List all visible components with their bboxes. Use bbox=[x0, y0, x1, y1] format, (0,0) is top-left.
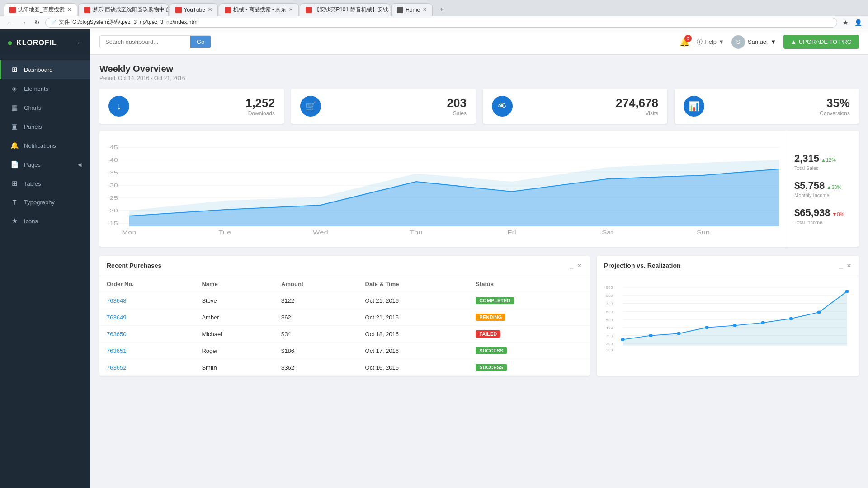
sidebar-item-icons[interactable]: ★ Icons bbox=[0, 211, 90, 230]
stat-label-1: Sales bbox=[328, 110, 467, 117]
tab-close-icon[interactable]: ✕ bbox=[423, 7, 427, 13]
bottom-panels: Recent Purchases ⎯ ✕ Order No.NameAmount… bbox=[99, 256, 859, 376]
user-chevron: ▼ bbox=[770, 38, 776, 45]
sidebar-item-typography[interactable]: T Typography bbox=[0, 193, 90, 211]
table-col-2: Amount bbox=[274, 276, 358, 292]
sidebar-label-panels: Panels bbox=[24, 123, 42, 130]
order-link-1[interactable]: 763649 bbox=[107, 314, 126, 321]
tab-close-icon[interactable]: ✕ bbox=[208, 7, 212, 13]
name-4: Smith bbox=[194, 359, 274, 376]
order-link-0[interactable]: 763648 bbox=[107, 297, 126, 304]
help-button[interactable]: ⓘ Help ▼ bbox=[697, 38, 724, 46]
svg-text:40: 40 bbox=[110, 158, 118, 163]
sidebar-item-tables[interactable]: ⊞ Tables bbox=[0, 174, 90, 193]
notification-icon[interactable]: 🔔 5 bbox=[679, 37, 689, 47]
sidebar-icon-typography: T bbox=[10, 198, 19, 206]
status-badge-3: SUCCESS bbox=[476, 347, 507, 354]
reload-button[interactable]: ↻ bbox=[32, 17, 42, 28]
sidebar-item-notifications[interactable]: 🔔 Notifications bbox=[0, 136, 90, 155]
stat-icon-3: 📊 bbox=[684, 96, 704, 117]
sidebar-item-pages[interactable]: 📄 Pages ◀ bbox=[0, 155, 90, 174]
main-content: Go 🔔 5 ⓘ Help ▼ S Samuel ▼ ▲ bbox=[90, 29, 868, 488]
search-box: Go bbox=[99, 35, 211, 48]
browser-tab-tab1[interactable]: 沈阳地图_百度搜索✕ bbox=[4, 3, 77, 16]
chart-area: 45 40 35 30 25 20 15 Mon bbox=[99, 131, 787, 247]
browser-tab-tab2[interactable]: 梦乐·西铁成至沈阳圆珠购物中心...✕ bbox=[78, 3, 169, 16]
area-chart: 45 40 35 30 25 20 15 Mon bbox=[107, 138, 779, 238]
order-link-3[interactable]: 763651 bbox=[107, 347, 126, 354]
chart-metric-2: $65,938 ▼8% Total Income bbox=[794, 207, 852, 225]
status-badge-1: PENDING bbox=[476, 314, 505, 321]
forward-button[interactable]: → bbox=[18, 17, 29, 28]
svg-text:600: 600 bbox=[606, 310, 613, 314]
svg-point-44 bbox=[705, 326, 708, 329]
browser-tab-tab6[interactable]: Home✕ bbox=[391, 3, 433, 16]
svg-point-41 bbox=[621, 338, 624, 341]
profile-button[interactable]: 👤 bbox=[853, 17, 863, 28]
purchases-panel: Recent Purchases ⎯ ✕ Order No.NameAmount… bbox=[99, 256, 590, 376]
sidebar-icon-pages: 📄 bbox=[10, 160, 19, 169]
browser-tab-tab4[interactable]: 机械 - 商品搜索 - 京东✕ bbox=[219, 3, 299, 16]
stat-number-3: 35% bbox=[712, 96, 850, 110]
browser-nav-actions: ★ 👤 bbox=[840, 17, 863, 28]
sidebar-icon-icons: ★ bbox=[10, 217, 19, 225]
address-bar[interactable]: 📄 文件 G:/blogSystem源码/tpez_3_np/tpez_3_np… bbox=[45, 18, 837, 28]
back-button[interactable]: ← bbox=[5, 17, 15, 28]
svg-text:800: 800 bbox=[606, 294, 613, 298]
metric-change-1: ▲23% bbox=[826, 184, 841, 190]
proj-close-button[interactable]: ✕ bbox=[846, 262, 852, 269]
status-3: SUCCESS bbox=[468, 343, 590, 359]
search-button[interactable]: Go bbox=[190, 36, 211, 48]
svg-point-46 bbox=[761, 321, 764, 324]
sidebar-arrow-pages: ◀ bbox=[78, 162, 81, 168]
purchases-panel-header: Recent Purchases ⎯ ✕ bbox=[99, 256, 590, 276]
date-1: Oct 21, 2016 bbox=[358, 309, 469, 326]
tab-label: 梦乐·西铁成至沈阳圆珠购物中心... bbox=[93, 6, 169, 14]
svg-text:900: 900 bbox=[606, 286, 613, 290]
new-tab-button[interactable]: + bbox=[435, 3, 448, 16]
close-button[interactable]: ✕ bbox=[577, 262, 582, 269]
sidebar-back-button[interactable]: ← bbox=[77, 39, 83, 47]
address-icon: 📄 bbox=[51, 20, 57, 25]
svg-text:500: 500 bbox=[606, 318, 613, 322]
svg-text:Sat: Sat bbox=[602, 230, 613, 235]
order-link-2[interactable]: 763650 bbox=[107, 331, 126, 338]
upgrade-button[interactable]: ▲ UPGRADE TO PRO bbox=[783, 35, 859, 49]
minimize-button[interactable]: ⎯ bbox=[570, 262, 573, 269]
sidebar-label-tables: Tables bbox=[24, 180, 41, 187]
sidebar-item-dashboard[interactable]: ⊞ Dashboard bbox=[0, 60, 90, 79]
svg-text:300: 300 bbox=[606, 334, 613, 338]
tab-close-icon[interactable]: ✕ bbox=[289, 7, 293, 13]
sidebar-item-elements[interactable]: ◈ Elements bbox=[0, 79, 90, 98]
date-0: Oct 21, 2016 bbox=[358, 292, 469, 309]
order-link-4[interactable]: 763652 bbox=[107, 364, 126, 371]
sidebar-item-charts[interactable]: ▦ Charts bbox=[0, 98, 90, 117]
status-4: SUCCESS bbox=[468, 359, 590, 376]
svg-text:Wed: Wed bbox=[313, 230, 328, 235]
sidebar-icon-charts: ▦ bbox=[10, 103, 19, 112]
metric-change-2: ▼8% bbox=[832, 211, 844, 217]
tab-label: 沈阳地图_百度搜索 bbox=[18, 6, 65, 14]
bookmark-button[interactable]: ★ bbox=[840, 17, 851, 28]
metric-value-2: $65,938 bbox=[794, 207, 830, 219]
tab-label: YouTube bbox=[184, 7, 205, 13]
order-no-2: 763650 bbox=[99, 326, 194, 343]
user-area[interactable]: S Samuel ▼ bbox=[731, 35, 776, 49]
proj-minimize-button[interactable]: ⎯ bbox=[839, 262, 843, 269]
table-row-3: 763651 Roger $186 Oct 17, 2016 SUCCESS bbox=[99, 343, 590, 359]
svg-text:Tue: Tue bbox=[218, 230, 231, 235]
svg-text:20: 20 bbox=[110, 208, 118, 213]
browser-tab-tab5[interactable]: 【安钛亮P101 静音机械】安钛...✕ bbox=[300, 3, 390, 16]
sidebar-logo: ● KLOROFIL ← bbox=[0, 29, 90, 56]
tab-close-icon[interactable]: ✕ bbox=[67, 7, 71, 13]
browser-tab-tab3[interactable]: YouTube✕ bbox=[170, 3, 218, 16]
svg-text:15: 15 bbox=[110, 221, 118, 226]
table-body: 763648 Steve $122 Oct 21, 2016 COMPLETED… bbox=[99, 292, 590, 376]
upgrade-icon: ▲ bbox=[791, 38, 797, 45]
metric-label-0: Total Sales bbox=[794, 165, 852, 171]
sidebar-nav: ⊞ Dashboard ◈ Elements ▦ Charts ▣ Panels… bbox=[0, 56, 90, 234]
overview-chart-section: 45 40 35 30 25 20 15 Mon bbox=[99, 131, 859, 247]
order-no-3: 763651 bbox=[99, 343, 194, 359]
sidebar-item-panels[interactable]: ▣ Panels bbox=[0, 117, 90, 136]
search-input[interactable] bbox=[100, 36, 190, 48]
